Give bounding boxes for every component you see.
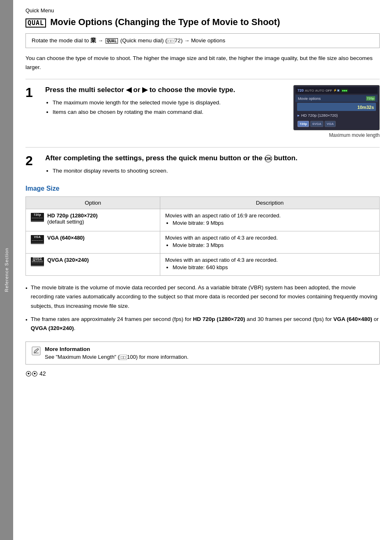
desc-bullet-2: Movie bitrate: 3 Mbps: [173, 241, 374, 250]
step-1-bullets: The maximum movie length for the selecte…: [45, 98, 285, 117]
cam-menu-badge: 720p: [366, 96, 375, 101]
page-number-row: ⦿⦿ 42: [25, 370, 380, 377]
step-1-title: Press the multi selector ◀ or ▶ to choos…: [45, 85, 285, 95]
sidebar: Reference Section: [0, 0, 13, 540]
step-1: 1 Press the multi selector ◀ or ▶ to cho…: [25, 79, 380, 138]
note-2-text: The frame rates are approximately 24 fra…: [31, 315, 380, 333]
option-text-3: QVGA (320×240): [47, 257, 89, 263]
option-cell-3: QVGA───── QVGA (320×240): [26, 254, 160, 276]
step-2-number: 2: [25, 153, 38, 176]
desc-cell-2: Movies with an aspect ratio of 4:3 are r…: [160, 231, 380, 254]
desc-bullet-3: Movie bitrate: 640 kbps: [173, 263, 374, 272]
desc-cell-1: Movies with an aspect ratio of 16:9 are …: [160, 209, 380, 231]
step-2-bullets: The monitor display reverts to shooting …: [45, 166, 380, 176]
image-size-table: Option Description 720p───── HD 720p (12…: [25, 196, 380, 276]
step-2-title: After completing the settings, press the…: [45, 153, 380, 163]
cam-off: OFF: [325, 89, 332, 92]
pencil-icon: [32, 346, 41, 355]
instruction-text: Rotate the mode dial to 業 → QUAL (Quick …: [32, 37, 225, 44]
cam-top-icons: 720 AUTO AUTO OFF ⚡▣ ■■■: [297, 88, 348, 92]
camera-timer-text: 10m32s: [357, 105, 374, 110]
cam-battery: ■■■: [341, 89, 348, 92]
page-title: QUAL Movie Options (Changing the Type of…: [25, 17, 380, 28]
page: Reference Section Quick Menu QUAL Movie …: [0, 0, 392, 540]
desc-cell-3: Movies with an aspect ratio of 4:3 are r…: [160, 254, 380, 276]
cam-option-text: HD 720p (1280×720): [301, 113, 338, 118]
cam-badge-6vga: 6VGA: [310, 121, 323, 127]
main-content: Quick Menu QUAL Movie Options (Changing …: [13, 0, 392, 540]
table-row: QVGA───── QVGA (320×240) Movies with an …: [26, 254, 380, 276]
option-cell-1: 720p───── HD 720p (1280×720) (default se…: [26, 209, 160, 231]
cam-badge-720p: 720p: [297, 121, 309, 127]
camera-screen-wrapper: 720 AUTO AUTO OFF ⚡▣ ■■■ Movie o: [293, 85, 380, 138]
sidebar-label: Reference Section: [4, 248, 9, 292]
more-info-box: More Information See "Maximum Movie Leng…: [25, 342, 380, 365]
cam-icons-misc: ⚡▣: [333, 89, 340, 92]
step-2-bullet-1: The monitor display reverts to shooting …: [53, 166, 380, 176]
icon-vga: VGA─────: [31, 235, 44, 244]
camera-screen: 720 AUTO AUTO OFF ⚡▣ ■■■ Movie o: [293, 85, 380, 130]
cam-sep1: AUTO: [305, 89, 314, 92]
step-1-bullet-2: Items can also be chosen by rotating the…: [53, 108, 285, 117]
step-2: 2 After completing the settings, press t…: [25, 147, 380, 176]
page-num-icon: ⦿⦿: [25, 370, 38, 377]
note-1-dot: •: [25, 284, 28, 293]
step-2-content: After completing the settings, press the…: [45, 153, 380, 176]
qual-badge: QUAL: [25, 18, 46, 28]
notes-section: • The movie bitrate is the volume of mov…: [25, 283, 380, 333]
cam-sep2: AUTO: [315, 89, 324, 92]
table-row: VGA───── VGA (640×480) Movies with an as…: [26, 231, 380, 254]
cam-720-badge: 720: [297, 88, 304, 92]
cam-arrow-icon: ▸: [297, 113, 300, 118]
camera-bottom-badges: 720p 6VGA VGA: [295, 120, 378, 128]
camera-top-bar: 720 AUTO AUTO OFF ⚡▣ ■■■: [295, 87, 378, 94]
table-header-option: Option: [26, 196, 160, 209]
icon-qvga: QVGA─────: [31, 258, 44, 266]
intro-text: You can choose the type of movie to shoo…: [25, 54, 380, 72]
image-size-title: Image Size: [25, 185, 380, 192]
table-header-description: Description: [160, 196, 380, 209]
desc-bullet-1: Movie bitrate: 9 Mbps: [173, 219, 374, 228]
step-1-number: 1: [25, 85, 38, 138]
more-info-title: More Information: [45, 346, 189, 352]
option-text-2: VGA (640×480): [47, 235, 85, 241]
note-1-text: The movie bitrate is the volume of movie…: [31, 283, 380, 311]
camera-timer-box: 10m32s: [297, 103, 376, 111]
title-text: Movie Options (Changing the Type of Movi…: [50, 17, 280, 28]
camera-option-row: ▸ HD 720p (1280×720): [295, 112, 378, 119]
option-cell-2: VGA───── VGA (640×480): [26, 231, 160, 254]
camera-caption: Maximum movie length: [293, 132, 380, 138]
instruction-box: Rotate the mode dial to 業 → QUAL (Quick …: [25, 33, 380, 48]
camera-menu-row: Movie options 720p: [295, 95, 378, 102]
more-info-text: See "Maximum Movie Length" (□□100) for m…: [45, 354, 189, 360]
note-1: • The movie bitrate is the volume of mov…: [25, 283, 380, 311]
quick-menu-label: Quick Menu: [25, 7, 380, 14]
page-number: 42: [39, 370, 46, 377]
cam-menu-text: Movie options: [298, 97, 321, 101]
more-info-content: More Information See "Maximum Movie Leng…: [45, 346, 189, 360]
option-text-1: HD 720p (1280×720) (default setting): [47, 212, 98, 225]
note-2: • The frame rates are approximately 24 f…: [25, 315, 380, 333]
cam-badge-vga: VGA: [325, 121, 336, 127]
note-2-dot: •: [25, 316, 28, 325]
step-1-content: Press the multi selector ◀ or ▶ to choos…: [45, 85, 380, 138]
step-1-bullet-1: The maximum movie length for the selecte…: [53, 98, 285, 108]
icon-720p: 720p─────: [31, 213, 44, 222]
table-row: 720p───── HD 720p (1280×720) (default se…: [26, 209, 380, 231]
